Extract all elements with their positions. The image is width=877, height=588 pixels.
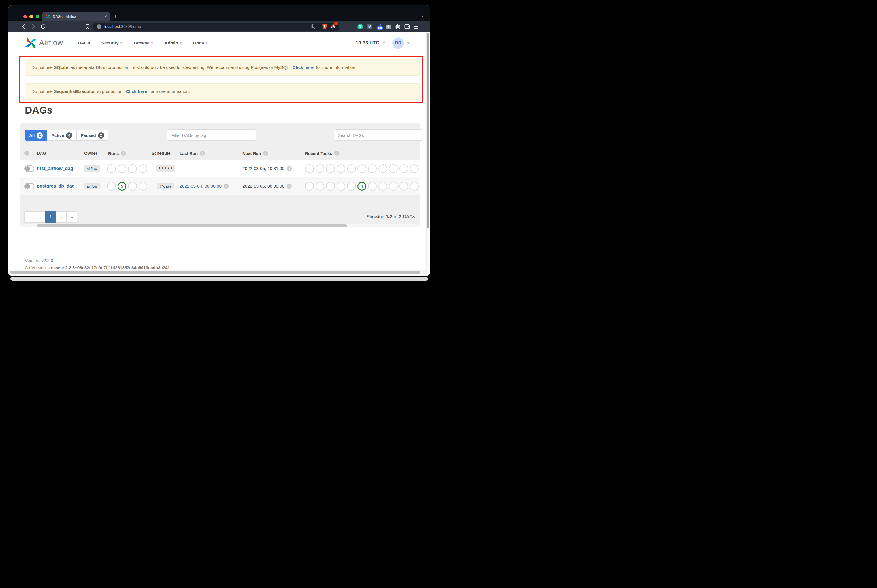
- tab-paused[interactable]: Paused2: [76, 130, 108, 141]
- schedule-badge[interactable]: * * * * *: [156, 165, 175, 172]
- task-status-circle[interactable]: [138, 182, 147, 190]
- pagination-page-1[interactable]: 1: [45, 211, 56, 223]
- dag-link[interactable]: postgres_db_dag: [37, 183, 75, 189]
- search-dags-input[interactable]: [334, 129, 423, 141]
- task-status-circle[interactable]: [107, 182, 116, 190]
- task-status-circle[interactable]: [378, 164, 387, 173]
- sqlite-warning-link[interactable]: Click here: [292, 65, 313, 70]
- info-icon[interactable]: i: [287, 183, 292, 189]
- last-run-link[interactable]: 2022-03-04, 00:00:00: [180, 183, 222, 189]
- nav-admin[interactable]: Admin: [165, 40, 182, 46]
- menu-icon[interactable]: [414, 25, 418, 28]
- executor-warning-link[interactable]: Click here: [126, 89, 147, 94]
- new-tab-button[interactable]: +: [114, 13, 117, 20]
- forward-icon[interactable]: [31, 24, 36, 30]
- numbers-off-icon[interactable]: 123 Off: [376, 24, 382, 30]
- info-icon[interactable]: i: [24, 151, 30, 156]
- site-info-icon[interactable]: !: [97, 24, 101, 29]
- executor-warning-banner: Do not use SequentialExecutor in product…: [25, 83, 420, 100]
- task-status-circle[interactable]: [347, 182, 356, 190]
- nav-browse[interactable]: Browse: [134, 40, 153, 46]
- task-status-circle[interactable]: [410, 164, 419, 173]
- schedule-badge[interactable]: @daily: [157, 183, 174, 189]
- tab-close-icon[interactable]: ✕: [104, 15, 107, 18]
- nav-docs[interactable]: Docs: [193, 40, 208, 46]
- task-status-circle[interactable]: [316, 182, 324, 190]
- info-icon[interactable]: i: [287, 166, 292, 171]
- tab-search-chevron-icon[interactable]: ⌄: [420, 13, 424, 18]
- nav-security[interactable]: Security: [101, 40, 122, 46]
- active-count-badge: 0: [66, 132, 72, 138]
- task-status-circle[interactable]: [347, 164, 356, 173]
- user-avatar[interactable]: DR: [392, 38, 404, 49]
- airflow-favicon-icon: [45, 14, 50, 19]
- grammarly-icon[interactable]: G: [357, 24, 363, 30]
- pagination-next[interactable]: ›: [56, 211, 67, 223]
- airflow-brand: Airflow: [39, 39, 63, 47]
- reload-icon[interactable]: [40, 24, 46, 30]
- task-status-circle[interactable]: [107, 164, 116, 173]
- dag-link[interactable]: first_airflow_dag: [37, 166, 73, 171]
- pagination: « ‹ 1 › »: [24, 211, 77, 223]
- zoom-page-icon[interactable]: [310, 24, 316, 30]
- minimize-window-button[interactable]: [30, 15, 33, 18]
- info-icon[interactable]: i: [200, 151, 205, 156]
- pagination-first[interactable]: «: [24, 211, 35, 223]
- task-status-circle[interactable]: [368, 164, 377, 173]
- pagination-prev[interactable]: ‹: [35, 211, 46, 223]
- info-icon[interactable]: i: [334, 151, 339, 156]
- task-status-circle[interactable]: [378, 182, 387, 190]
- task-status-circle[interactable]: [326, 182, 335, 190]
- m-extension-icon[interactable]: M: [367, 24, 372, 30]
- task-status-circle[interactable]: [326, 164, 335, 173]
- task-status-circle[interactable]: [316, 164, 324, 173]
- nav-dags[interactable]: DAGs: [78, 40, 90, 46]
- page-vscrollbar-thumb[interactable]: [427, 33, 429, 228]
- task-status-circle[interactable]: [357, 164, 366, 173]
- dags-panel: All2 Active0 Paused2 i DAG Owner R: [20, 123, 420, 227]
- brave-rewards-icon[interactable]: 1: [330, 23, 336, 30]
- task-status-circle[interactable]: [305, 182, 314, 190]
- tag-filter-input[interactable]: [167, 129, 256, 141]
- task-status-circle[interactable]: [399, 164, 408, 173]
- pause-toggle[interactable]: [24, 183, 34, 189]
- task-status-circle[interactable]: [389, 164, 398, 173]
- task-status-circle[interactable]: [389, 182, 398, 190]
- task-status-circle[interactable]: [368, 182, 377, 190]
- info-icon[interactable]: i: [121, 151, 126, 156]
- task-status-circle[interactable]: [128, 182, 137, 190]
- owner-badge[interactable]: airflow: [84, 183, 100, 189]
- task-status-circle[interactable]: [337, 164, 345, 173]
- version-label: Version:: [25, 258, 41, 263]
- pagination-last[interactable]: »: [66, 211, 77, 223]
- version-link[interactable]: v2.2.3: [41, 258, 53, 263]
- wallet-icon[interactable]: [404, 24, 410, 29]
- extensions-puzzle-icon[interactable]: [395, 24, 400, 30]
- panel-scrollbar-thumb[interactable]: [37, 224, 347, 227]
- address-bar[interactable]: ! localhost:8080/home: [93, 22, 339, 31]
- task-status-circle[interactable]: [138, 164, 147, 173]
- camera-icon[interactable]: [385, 25, 391, 29]
- tab-all[interactable]: All2: [25, 130, 47, 141]
- utc-clock[interactable]: 10:33 UTC: [356, 40, 379, 46]
- task-status-circle[interactable]: [118, 164, 126, 173]
- task-status-circle-success[interactable]: 4: [357, 182, 366, 190]
- bookmark-icon[interactable]: [85, 24, 90, 30]
- task-status-circle[interactable]: [305, 164, 314, 173]
- back-icon[interactable]: [21, 24, 27, 30]
- tab-active[interactable]: Active0: [47, 130, 76, 141]
- info-icon[interactable]: i: [263, 151, 268, 156]
- pause-toggle[interactable]: [24, 165, 34, 172]
- task-status-circle[interactable]: [128, 164, 137, 173]
- browser-tab[interactable]: DAGs - Airflow ✕: [42, 12, 110, 21]
- task-status-circle-success[interactable]: 5: [118, 182, 126, 190]
- task-status-circle[interactable]: [337, 182, 345, 190]
- task-status-circle[interactable]: [399, 182, 408, 190]
- page-hscrollbar-thumb[interactable]: [10, 271, 420, 274]
- owner-badge[interactable]: airflow: [84, 165, 100, 172]
- zoom-window-button[interactable]: [36, 15, 39, 18]
- close-window-button[interactable]: [23, 15, 27, 18]
- brave-shield-icon[interactable]: [322, 24, 327, 30]
- info-icon[interactable]: i: [224, 183, 229, 189]
- task-status-circle[interactable]: [410, 182, 419, 190]
